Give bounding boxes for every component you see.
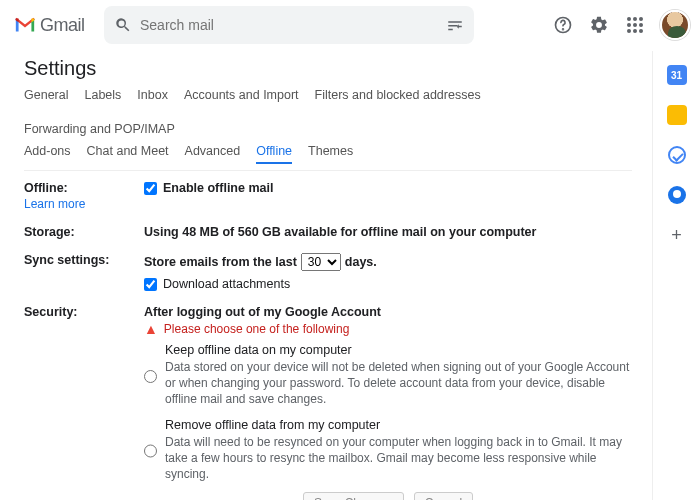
svg-point-9	[633, 29, 637, 33]
security-label: Security:	[24, 305, 144, 500]
tab-general[interactable]: General	[24, 88, 68, 106]
sync-days-select[interactable]: 30	[301, 253, 341, 271]
contacts-icon[interactable]	[667, 185, 687, 205]
settings-tabs-row2: Add-ons Chat and Meet Advanced Offline T…	[24, 144, 632, 171]
enable-offline-label: Enable offline mail	[163, 181, 273, 195]
storage-label: Storage:	[24, 225, 144, 239]
tab-filters[interactable]: Filters and blocked addresses	[315, 88, 481, 106]
content-area: Settings General Labels Inbox Accounts a…	[0, 51, 700, 500]
sync-label: Sync settings:	[24, 253, 144, 291]
download-attachments-label: Download attachments	[163, 277, 290, 291]
tab-addons[interactable]: Add-ons	[24, 144, 71, 164]
settings-tabs-row1: General Labels Inbox Accounts and Import…	[24, 88, 632, 140]
apps-icon[interactable]	[624, 14, 646, 36]
header-actions	[552, 10, 690, 40]
sync-section: Sync settings: Store emails from the las…	[24, 253, 632, 291]
svg-point-5	[627, 23, 631, 27]
svg-point-4	[639, 17, 643, 21]
remove-data-radio[interactable]	[144, 420, 157, 483]
tab-themes[interactable]: Themes	[308, 144, 353, 164]
remove-data-label: Remove offline data from my computer	[165, 418, 632, 432]
help-icon[interactable]	[552, 14, 574, 36]
security-option-remove[interactable]: Remove offline data from my computer Dat…	[144, 418, 632, 483]
search-icon	[114, 16, 132, 34]
settings-main: Settings General Labels Inbox Accounts a…	[0, 51, 652, 500]
sync-prefix: Store emails from the last	[144, 255, 297, 269]
learn-more-link[interactable]: Learn more	[24, 197, 144, 211]
remove-data-desc: Data will need to be resynced on your co…	[165, 434, 632, 483]
gmail-icon	[14, 16, 36, 34]
enable-offline-checkbox[interactable]	[144, 182, 157, 195]
offline-label: Offline: Learn more	[24, 181, 144, 211]
tab-chat[interactable]: Chat and Meet	[87, 144, 169, 164]
account-avatar[interactable]	[660, 10, 690, 40]
tasks-icon[interactable]	[667, 145, 687, 165]
tab-accounts[interactable]: Accounts and Import	[184, 88, 299, 106]
keep-data-radio[interactable]	[144, 345, 157, 408]
footer-buttons: Save Changes Cancel	[144, 492, 632, 500]
security-heading: After logging out of my Google Account	[144, 305, 632, 319]
svg-point-10	[639, 29, 643, 33]
settings-icon[interactable]	[588, 14, 610, 36]
page-title: Settings	[24, 57, 632, 80]
download-attachments-wrap[interactable]: Download attachments	[144, 277, 632, 291]
app-name: Gmail	[40, 15, 85, 36]
keep-data-label: Keep offline data on my computer	[165, 343, 632, 357]
enable-offline-checkbox-wrap[interactable]: Enable offline mail	[144, 181, 632, 195]
sync-days-line: Store emails from the last 30 days.	[144, 253, 632, 271]
svg-point-8	[627, 29, 631, 33]
security-option-keep[interactable]: Keep offline data on my computer Data st…	[144, 343, 632, 408]
storage-section: Storage: Using 48 MB of 560 GB available…	[24, 225, 632, 239]
tab-forwarding[interactable]: Forwarding and POP/IMAP	[24, 122, 175, 140]
tab-advanced[interactable]: Advanced	[185, 144, 241, 164]
security-warning-text: Please choose one of the following	[164, 322, 349, 336]
sync-suffix: days.	[345, 255, 377, 269]
search-options-icon[interactable]	[446, 16, 464, 34]
app-header: Gmail	[0, 0, 700, 51]
download-attachments-checkbox[interactable]	[144, 278, 157, 291]
svg-point-2	[627, 17, 631, 21]
keep-icon[interactable]	[667, 105, 687, 125]
tab-inbox[interactable]: Inbox	[137, 88, 168, 106]
side-panel: 31 +	[652, 51, 700, 500]
svg-point-7	[639, 23, 643, 27]
offline-label-text: Offline:	[24, 181, 68, 195]
tab-offline[interactable]: Offline	[256, 144, 292, 164]
cancel-button[interactable]: Cancel	[414, 492, 473, 500]
storage-text: Using 48 MB of 560 GB available for offl…	[144, 225, 632, 239]
tab-labels[interactable]: Labels	[84, 88, 121, 106]
save-changes-button[interactable]: Save Changes	[303, 492, 404, 500]
security-warning: ▲ Please choose one of the following	[144, 321, 632, 337]
offline-section: Offline: Learn more Enable offline mail	[24, 181, 632, 211]
svg-point-6	[633, 23, 637, 27]
gmail-logo[interactable]: Gmail	[14, 15, 94, 36]
add-addon-icon[interactable]: +	[667, 225, 687, 245]
search-input[interactable]	[140, 17, 446, 33]
calendar-icon[interactable]: 31	[667, 65, 687, 85]
keep-data-desc: Data stored on your device will not be d…	[165, 359, 632, 408]
warning-icon: ▲	[144, 321, 158, 337]
search-bar[interactable]	[104, 6, 474, 44]
security-section: Security: After logging out of my Google…	[24, 305, 632, 500]
svg-point-3	[633, 17, 637, 21]
svg-point-1	[563, 29, 564, 30]
